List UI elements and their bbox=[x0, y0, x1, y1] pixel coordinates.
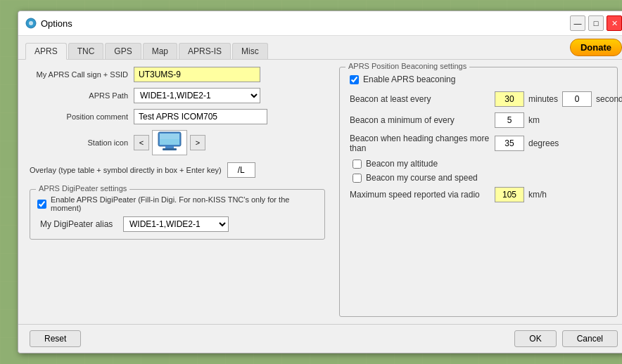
svg-rect-5 bbox=[165, 146, 174, 148]
overlay-row: Overlay (type table + symbol directly in… bbox=[30, 162, 325, 178]
ok-button[interactable]: OK bbox=[514, 330, 556, 347]
tab-tnc[interactable]: TNC bbox=[68, 43, 104, 59]
options-dialog: Options — □ ✕ APRS TNC GPS Map APRS-IS M… bbox=[18, 11, 622, 353]
beacon-at-least-row: Beacon at least every minutes seconds bbox=[350, 91, 607, 107]
max-speed-row: Maximum speed reported via radio km/h bbox=[350, 187, 607, 202]
beacon-minutes-input[interactable] bbox=[495, 91, 524, 107]
svg-rect-6 bbox=[163, 148, 177, 150]
digi-alias-select[interactable]: WIDE1-1,WIDE2-1 WIDE1-1 bbox=[123, 216, 229, 232]
beacon-enable-checkbox[interactable] bbox=[350, 75, 359, 84]
overlay-input[interactable] bbox=[227, 162, 255, 178]
beacon-minutes-unit: minutes bbox=[528, 94, 558, 104]
max-speed-input[interactable] bbox=[495, 187, 524, 202]
donate-button[interactable]: Donate bbox=[570, 39, 622, 56]
tab-map[interactable]: Map bbox=[143, 43, 177, 59]
beacon-course-row: Beacon my course and speed bbox=[350, 173, 607, 183]
beacon-seconds-input[interactable] bbox=[562, 91, 592, 107]
svg-point-1 bbox=[29, 21, 33, 25]
beacon-degrees-input[interactable] bbox=[495, 136, 524, 151]
position-comment-row: Position comment bbox=[30, 109, 325, 124]
title-bar: Options — □ ✕ bbox=[18, 11, 622, 36]
icon-next-button[interactable]: > bbox=[190, 135, 205, 150]
svg-rect-4 bbox=[160, 134, 179, 139]
position-comment-label: Position comment bbox=[30, 112, 128, 121]
app-icon bbox=[25, 18, 37, 29]
beacon-course-checkbox[interactable] bbox=[353, 174, 362, 183]
max-speed-unit: km/h bbox=[528, 190, 547, 200]
tab-aprs-is[interactable]: APRS-IS bbox=[179, 43, 231, 59]
beacon-enable-label: Enable APRS beaconing bbox=[363, 74, 455, 84]
beacon-minimum-row: Beacon a minimum of every km bbox=[350, 112, 607, 128]
computer-icon bbox=[156, 131, 184, 155]
max-speed-label: Maximum speed reported via radio bbox=[350, 190, 490, 200]
beacon-at-least-label: Beacon at least every bbox=[350, 94, 490, 104]
dialog-title: Options bbox=[41, 18, 72, 29]
callsign-label: My APRS Call sign + SSID bbox=[30, 70, 128, 79]
digi-enable-label: Enable APRS DigiPeater (Fill-in Digi. Fo… bbox=[51, 195, 317, 212]
tab-misc[interactable]: Misc bbox=[232, 43, 268, 59]
cancel-button[interactable]: Cancel bbox=[562, 330, 618, 347]
beacon-km-input[interactable] bbox=[495, 112, 524, 128]
beacon-heading-label: Beacon when heading changes more than bbox=[350, 134, 490, 153]
digi-alias-row: My DigiPeater alias WIDE1-1,WIDE2-1 WIDE… bbox=[37, 216, 317, 232]
beacon-heading-row: Beacon when heading changes more than de… bbox=[350, 134, 607, 153]
digipeater-group: APRS DigiPeater settings Enable APRS Dig… bbox=[30, 189, 325, 240]
overlay-label: Overlay (type table + symbol directly in… bbox=[30, 166, 222, 174]
left-panel: My APRS Call sign + SSID APRS Path WIDE1… bbox=[30, 67, 325, 317]
station-icon-display bbox=[152, 130, 187, 155]
digi-enable-row: Enable APRS DigiPeater (Fill-in Digi. Fo… bbox=[37, 195, 317, 212]
beacon-km-unit: km bbox=[528, 115, 540, 125]
content-area: My APRS Call sign + SSID APRS Path WIDE1… bbox=[18, 60, 622, 324]
position-comment-input[interactable] bbox=[134, 109, 267, 124]
tab-bar: APRS TNC GPS Map APRS-IS Misc Donate bbox=[18, 36, 622, 60]
callsign-row: My APRS Call sign + SSID bbox=[30, 67, 325, 82]
tab-gps[interactable]: GPS bbox=[105, 43, 141, 59]
beacon-altitude-label: Beacon my altitude bbox=[366, 159, 438, 169]
digi-enable-checkbox[interactable] bbox=[37, 200, 46, 209]
digipeater-group-label: APRS DigiPeater settings bbox=[36, 184, 129, 193]
aprs-path-row: APRS Path WIDE1-1,WIDE2-1 WIDE1-1 WIDE2-… bbox=[30, 88, 325, 103]
beaconing-group: APRS Position Beaconing settings Enable … bbox=[339, 67, 618, 317]
right-panel: APRS Position Beaconing settings Enable … bbox=[339, 67, 618, 317]
station-icon-label: Station icon bbox=[30, 138, 128, 147]
aprs-path-select[interactable]: WIDE1-1,WIDE2-1 WIDE1-1 WIDE2-2 bbox=[134, 88, 260, 103]
beacon-enable-row: Enable APRS beaconing bbox=[350, 74, 607, 84]
icon-selector: < > bbox=[134, 130, 205, 155]
beacon-minimum-label: Beacon a minimum of every bbox=[350, 115, 490, 125]
beacon-altitude-checkbox[interactable] bbox=[353, 160, 362, 169]
callsign-input[interactable] bbox=[134, 67, 260, 82]
tab-aprs[interactable]: APRS bbox=[25, 43, 67, 60]
digi-alias-label: My DigiPeater alias bbox=[40, 219, 118, 229]
minimize-button[interactable]: — bbox=[570, 15, 585, 31]
beacon-seconds-unit: seconds bbox=[596, 94, 622, 104]
bottom-bar: Reset OK Cancel bbox=[18, 324, 622, 353]
reset-button[interactable]: Reset bbox=[30, 330, 81, 347]
beacon-altitude-row: Beacon my altitude bbox=[350, 159, 607, 169]
aprs-path-label: APRS Path bbox=[30, 91, 128, 100]
beacon-degrees-unit: degrees bbox=[528, 138, 559, 148]
station-icon-row: Station icon < bbox=[30, 130, 325, 155]
icon-prev-button[interactable]: < bbox=[134, 135, 149, 150]
beacon-course-label: Beacon my course and speed bbox=[366, 173, 478, 183]
close-button[interactable]: ✕ bbox=[607, 15, 622, 31]
beaconing-group-label: APRS Position Beaconing settings bbox=[345, 62, 469, 70]
maximize-button[interactable]: □ bbox=[588, 15, 604, 31]
